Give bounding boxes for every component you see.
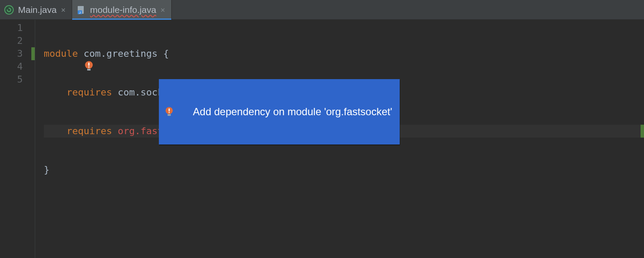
tab-bar: Main.java × J module-info.java × (0, 0, 644, 20)
svg-rect-11 (167, 114, 170, 116)
keyword: requires (67, 126, 112, 136)
tab-label: Main.java (18, 5, 57, 15)
line-number: 1 (0, 22, 23, 34)
indent (44, 87, 67, 98)
intention-bulb-icon (164, 81, 187, 143)
svg-rect-10 (169, 112, 170, 113)
code-line (44, 202, 644, 215)
tab-main-java[interactable]: Main.java × (0, 0, 72, 19)
line-number: 5 (0, 73, 23, 86)
java-file-icon: J (76, 5, 86, 15)
svg-rect-5 (88, 63, 90, 66)
intention-popup[interactable]: Add dependency on module 'org.fastsocket… (159, 79, 400, 144)
code-line: } (44, 163, 644, 176)
svg-rect-7 (87, 69, 91, 71)
java-class-icon (4, 5, 14, 15)
keyword: module (44, 48, 78, 59)
line-number: 4 (0, 60, 23, 73)
tab-close-icon[interactable]: × (161, 5, 165, 14)
intention-bulb-icon[interactable] (83, 35, 94, 46)
vcs-change-marker (31, 47, 35, 60)
editor: 1 2 3 4 5 module com.greetings { require… (0, 20, 644, 258)
tab-module-info[interactable]: J module-info.java × (72, 0, 172, 19)
indent (44, 126, 67, 136)
svg-text:J: J (79, 10, 81, 14)
intention-label: Add dependency on module 'org.fastsocket… (193, 105, 392, 118)
tab-close-icon[interactable]: × (61, 5, 66, 14)
brace: { (163, 48, 169, 59)
line-number: 3 (0, 47, 23, 60)
svg-rect-9 (169, 108, 170, 111)
svg-point-0 (5, 6, 13, 14)
gutter: 1 2 3 4 5 (0, 20, 35, 258)
line-number: 2 (0, 34, 23, 47)
code-area[interactable]: module com.greetings { requires com.sock… (35, 20, 644, 258)
code-line: module com.greetings { (44, 47, 644, 60)
tab-label: module-info.java (90, 5, 156, 15)
svg-rect-6 (88, 66, 90, 68)
brace: } (44, 164, 49, 175)
